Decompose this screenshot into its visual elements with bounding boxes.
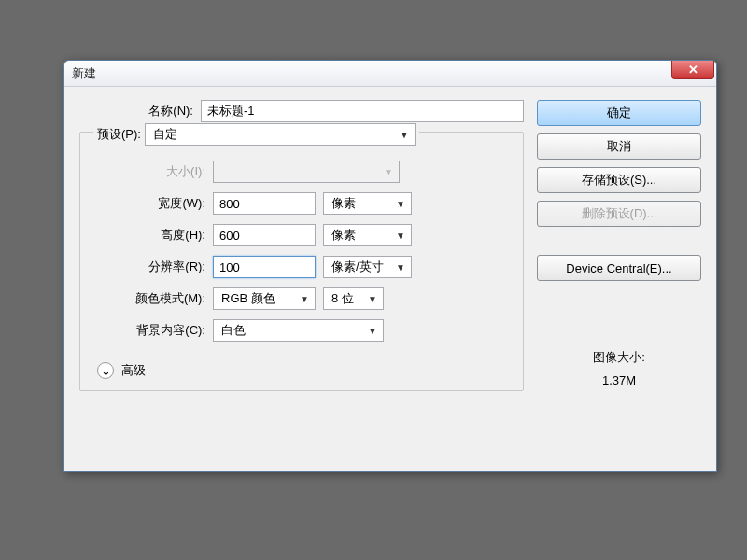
preset-label: 预设(P): <box>97 126 141 143</box>
height-label: 高度(H): <box>92 227 213 244</box>
colormode-select[interactable]: RGB 颜色 ▼ <box>213 287 316 310</box>
chevron-down-icon: ▼ <box>300 294 309 304</box>
colormode-value: RGB 颜色 <box>221 290 275 307</box>
background-label: 背景内容(C): <box>92 322 213 339</box>
colormode-label: 颜色模式(M): <box>92 290 213 307</box>
close-icon: ✕ <box>688 63 698 77</box>
new-document-dialog: 新建 ✕ 名称(N): 预设(P): 自定 ▼ 大小(I): <box>63 60 717 472</box>
preset-value: 自定 <box>153 126 177 143</box>
chevron-down-icon: ▼ <box>400 130 409 140</box>
height-input[interactable] <box>213 224 316 246</box>
size-label: 大小(I): <box>92 163 213 180</box>
colordepth-value: 8 位 <box>331 290 354 307</box>
image-size-value: 1.37M <box>537 370 701 393</box>
chevron-down-icon: ▼ <box>368 294 377 304</box>
preset-select[interactable]: 自定 ▼ <box>145 123 416 146</box>
ok-button[interactable]: 确定 <box>537 100 701 126</box>
device-central-button[interactable]: Device Central(E)... <box>537 255 701 281</box>
divider <box>153 371 512 371</box>
preset-fieldset: 预设(P): 自定 ▼ 大小(I): ▼ 宽度(W): <box>79 132 524 391</box>
dialog-title: 新建 <box>72 65 96 82</box>
image-size-info: 图像大小: 1.37M <box>537 346 701 392</box>
chevron-down-icon: ▼ <box>396 199 405 209</box>
cancel-button[interactable]: 取消 <box>537 133 701 160</box>
chevron-down-icon: ▼ <box>396 231 405 241</box>
advanced-label: 高级 <box>121 362 146 379</box>
delete-preset-button: 删除预设(D)... <box>537 201 701 227</box>
name-input[interactable] <box>201 100 524 122</box>
titlebar[interactable]: 新建 ✕ <box>64 61 716 87</box>
size-select: ▼ <box>213 161 400 183</box>
chevron-down-icon: ▼ <box>396 262 405 273</box>
chevron-down-icon: ▼ <box>384 167 393 177</box>
width-unit-select[interactable]: 像素 ▼ <box>323 192 412 215</box>
image-size-label: 图像大小: <box>537 346 701 370</box>
resolution-unit-value: 像素/英寸 <box>331 259 384 275</box>
chevron-down-icon: ▼ <box>368 326 377 336</box>
name-label: 名称(N): <box>79 103 201 119</box>
background-select[interactable]: 白色 ▼ <box>213 319 384 342</box>
resolution-input[interactable] <box>213 256 316 278</box>
background-value: 白色 <box>221 322 246 339</box>
advanced-toggle[interactable]: ⌄ <box>97 362 114 379</box>
width-label: 宽度(W): <box>92 195 213 212</box>
double-chevron-down-icon: ⌄ <box>101 364 111 378</box>
colordepth-select[interactable]: 8 位 ▼ <box>323 287 384 310</box>
height-unit-value: 像素 <box>331 227 356 244</box>
resolution-label: 分辨率(R): <box>92 259 213 275</box>
save-preset-button[interactable]: 存储预设(S)... <box>537 167 701 193</box>
close-button[interactable]: ✕ <box>671 61 714 79</box>
width-unit-value: 像素 <box>331 195 356 212</box>
width-input[interactable] <box>213 192 316 215</box>
resolution-unit-select[interactable]: 像素/英寸 ▼ <box>323 256 412 278</box>
height-unit-select[interactable]: 像素 ▼ <box>323 224 412 246</box>
